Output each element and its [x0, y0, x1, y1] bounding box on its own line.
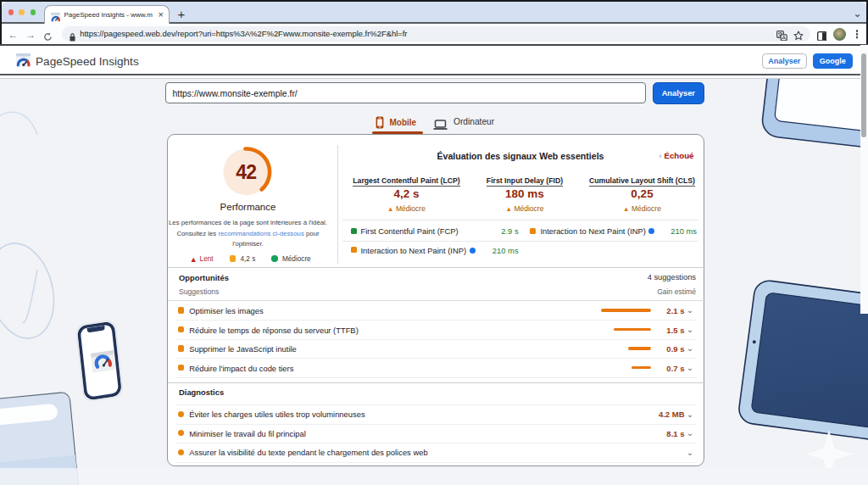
- svg-text:42: 42: [236, 161, 256, 183]
